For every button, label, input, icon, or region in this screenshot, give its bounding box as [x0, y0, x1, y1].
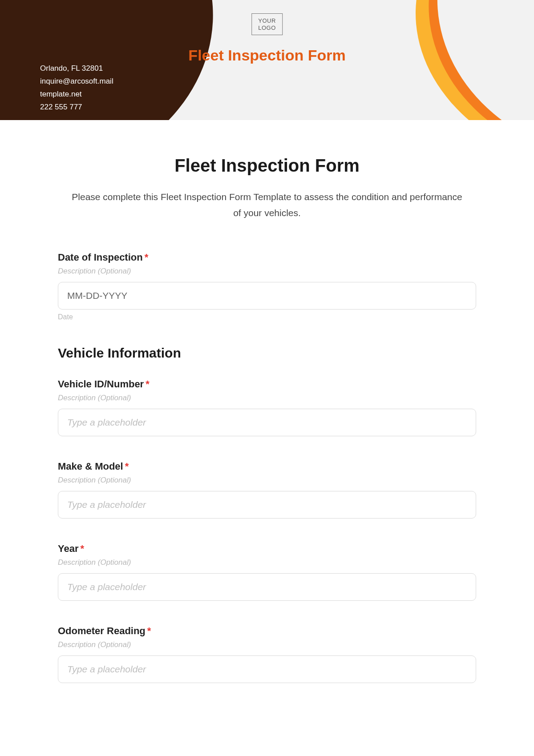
logo-text-line1: YOUR — [258, 17, 276, 24]
field-description-placeholder[interactable]: Description (Optional) — [58, 476, 476, 485]
field-label: Date of Inspection* — [58, 252, 476, 263]
header-title: Fleet Inspection Form — [188, 47, 345, 64]
odometer-input[interactable] — [58, 655, 476, 683]
required-asterisk: * — [146, 378, 150, 390]
logo-placeholder: YOUR LOGO — [251, 13, 283, 35]
section-heading-vehicle-information: Vehicle Information — [58, 346, 476, 361]
form-title: Fleet Inspection Form — [58, 156, 476, 176]
make-model-input[interactable] — [58, 491, 476, 519]
required-asterisk: * — [125, 461, 129, 472]
required-asterisk: * — [145, 252, 149, 263]
date-input[interactable] — [58, 282, 476, 310]
field-date-of-inspection: Date of Inspection* Description (Optiona… — [58, 252, 476, 321]
field-description-placeholder[interactable]: Description (Optional) — [58, 558, 476, 567]
field-sublabel: Date — [58, 313, 476, 321]
field-make-model: Make & Model* Description (Optional) — [58, 461, 476, 519]
field-description-placeholder[interactable]: Description (Optional) — [58, 267, 476, 276]
contact-block: Orlando, FL 32801 inquire@arcosoft.mail … — [40, 62, 113, 114]
contact-email: inquire@arcosoft.mail — [40, 75, 113, 88]
field-description-placeholder[interactable]: Description (Optional) — [58, 394, 476, 402]
contact-address: Orlando, FL 32801 — [40, 62, 113, 75]
contact-website: template.net — [40, 88, 113, 101]
field-label: Vehicle ID/Number* — [58, 378, 476, 390]
contact-phone: 222 555 777 — [40, 101, 113, 114]
vehicle-id-input[interactable] — [58, 409, 476, 436]
form-description: Please complete this Fleet Inspection Fo… — [58, 189, 476, 221]
form-container: Fleet Inspection Form Please complete th… — [0, 120, 534, 725]
field-vehicle-id: Vehicle ID/Number* Description (Optional… — [58, 378, 476, 436]
field-description-placeholder[interactable]: Description (Optional) — [58, 640, 476, 649]
required-asterisk: * — [81, 543, 85, 554]
year-input[interactable] — [58, 573, 476, 601]
field-label: Odometer Reading* — [58, 625, 476, 637]
field-year: Year* Description (Optional) — [58, 543, 476, 601]
header-banner: YOUR LOGO Fleet Inspection Form Orlando,… — [0, 0, 534, 120]
required-asterisk: * — [147, 625, 151, 636]
field-label: Year* — [58, 543, 476, 555]
field-label: Make & Model* — [58, 461, 476, 472]
field-odometer: Odometer Reading* Description (Optional) — [58, 625, 476, 683]
logo-text-line2: LOGO — [258, 24, 276, 32]
